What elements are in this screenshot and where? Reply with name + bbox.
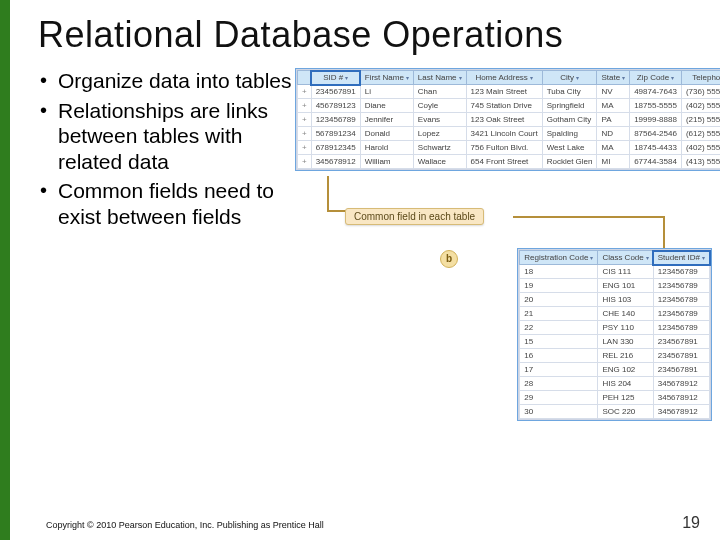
table-cell: 123456789 — [653, 265, 709, 279]
table-cell: 756 Fulton Blvd. — [466, 141, 542, 155]
table-row: 20HIS 103123456789 — [520, 293, 710, 307]
slide-title: Relational Database Operations — [38, 14, 720, 56]
bullet-item: Organize data into tables — [40, 68, 295, 94]
table-cell: 745 Station Drive — [466, 99, 542, 113]
table-row: 18CIS 111123456789 — [520, 265, 710, 279]
table-cell: 456789123 — [311, 99, 360, 113]
table-cell: MA — [597, 99, 630, 113]
table-cell: Chan — [413, 85, 466, 99]
table-cell: (736) 555-8421 — [681, 85, 720, 99]
col-firstname: First Name▾ — [360, 71, 413, 85]
content-row: Organize data into tables Relationships … — [10, 68, 720, 234]
figure-area: SID #▾ First Name▾ Last Name▾ Home Addre… — [295, 68, 714, 234]
table-row: +456789123DianeCoyle745 Station DriveSpr… — [298, 99, 721, 113]
figure-label-b: b — [440, 250, 458, 268]
table-cell: 123456789 — [653, 307, 709, 321]
table-b-wrap: Registration Code▾ Class Code▾ Student I… — [517, 248, 712, 421]
col-state: State▾ — [597, 71, 630, 85]
col-sid: SID #▾ — [311, 71, 360, 85]
table-cell: 123456789 — [653, 293, 709, 307]
table-cell: 3421 Lincoln Court — [466, 127, 542, 141]
bullet-list: Organize data into tables Relationships … — [40, 68, 295, 234]
col-lastname: Last Name▾ — [413, 71, 466, 85]
col-address: Home Address▾ — [466, 71, 542, 85]
col-expand — [298, 71, 312, 85]
table-cell: LAN 330 — [598, 335, 653, 349]
table-cell: Diane — [360, 99, 413, 113]
table-row: +234567891LiChan123 Main StreetTuba City… — [298, 85, 721, 99]
table-row: +345678912WilliamWallace654 Front Street… — [298, 155, 721, 169]
table-cell: + — [298, 141, 312, 155]
table-cell: + — [298, 155, 312, 169]
connector-line — [663, 216, 665, 252]
table-cell: 16 — [520, 349, 598, 363]
table-cell: + — [298, 113, 312, 127]
table-cell: CHE 140 — [598, 307, 653, 321]
table-cell: 19 — [520, 279, 598, 293]
table-cell: William — [360, 155, 413, 169]
table-cell: 18755-5555 — [630, 99, 682, 113]
table-row: +123456789JenniferEvans123 Oak StreetGot… — [298, 113, 721, 127]
table-cell: Rocklet Glen — [542, 155, 597, 169]
col-studentid: Student ID#▾ — [653, 251, 709, 265]
table-cell: 18 — [520, 265, 598, 279]
table-row: 29PEH 125345678912 — [520, 391, 710, 405]
table-cell: (402) 555-3294 — [681, 141, 720, 155]
col-city: City▾ — [542, 71, 597, 85]
table-cell: 345678912 — [311, 155, 360, 169]
table-row: 17ENG 102234567891 — [520, 363, 710, 377]
table-cell: (215) 555-1345 — [681, 113, 720, 127]
table-cell: 234567891 — [653, 349, 709, 363]
table-cell: 345678912 — [653, 377, 709, 391]
table-cell: 678912345 — [311, 141, 360, 155]
table-cell: Donald — [360, 127, 413, 141]
table-cell: Harold — [360, 141, 413, 155]
table-row: 19ENG 101123456789 — [520, 279, 710, 293]
table-cell: 123456789 — [653, 321, 709, 335]
table-row: 15LAN 330234567891 — [520, 335, 710, 349]
table-b: Registration Code▾ Class Code▾ Student I… — [519, 250, 710, 419]
table-cell: 123 Main Street — [466, 85, 542, 99]
table-cell: 123456789 — [653, 279, 709, 293]
table-cell: 567891234 — [311, 127, 360, 141]
table-cell: 234567891 — [311, 85, 360, 99]
table-cell: MI — [597, 155, 630, 169]
table-cell: PSY 110 — [598, 321, 653, 335]
table-cell: Spalding — [542, 127, 597, 141]
table-cell: 29 — [520, 391, 598, 405]
table-cell: 234567891 — [653, 335, 709, 349]
table-cell: + — [298, 127, 312, 141]
col-zip: Zip Code▾ — [630, 71, 682, 85]
col-tel: Telephone▾ — [681, 71, 720, 85]
table-cell: Schwartz — [413, 141, 466, 155]
table-cell: 20 — [520, 293, 598, 307]
table-cell: 87564-2546 — [630, 127, 682, 141]
table-row: 16REL 216234567891 — [520, 349, 710, 363]
table-cell: (402) 555-3982 — [681, 99, 720, 113]
copyright-footer: Copyright © 2010 Pearson Education, Inc.… — [46, 520, 324, 530]
table-row: +567891234DonaldLopez3421 Lincoln CourtS… — [298, 127, 721, 141]
table-cell: NV — [597, 85, 630, 99]
table-cell: Springfield — [542, 99, 597, 113]
table-cell: MA — [597, 141, 630, 155]
table-cell: West Lake — [542, 141, 597, 155]
table-cell: 49874-7643 — [630, 85, 682, 99]
table-cell: 345678912 — [653, 391, 709, 405]
table-cell: 19999-8888 — [630, 113, 682, 127]
table-cell: (413) 555-4021 — [681, 155, 720, 169]
table-cell: ND — [597, 127, 630, 141]
table-cell: Li — [360, 85, 413, 99]
table-cell: 15 — [520, 335, 598, 349]
table-cell: Jennifer — [360, 113, 413, 127]
table-cell: ENG 102 — [598, 363, 653, 377]
table-a: SID #▾ First Name▾ Last Name▾ Home Addre… — [297, 70, 720, 169]
table-cell: (612) 555-9312 — [681, 127, 720, 141]
bullet-item: Common fields need to exist between fiel… — [40, 178, 295, 229]
table-a-wrap: SID #▾ First Name▾ Last Name▾ Home Addre… — [295, 68, 720, 171]
table-cell: 234567891 — [653, 363, 709, 377]
table-cell: REL 216 — [598, 349, 653, 363]
bullet-item: Relationships are links between tables w… — [40, 98, 295, 175]
table-cell: 654 Front Street — [466, 155, 542, 169]
table-cell: Evans — [413, 113, 466, 127]
table-row: 21CHE 140123456789 — [520, 307, 710, 321]
